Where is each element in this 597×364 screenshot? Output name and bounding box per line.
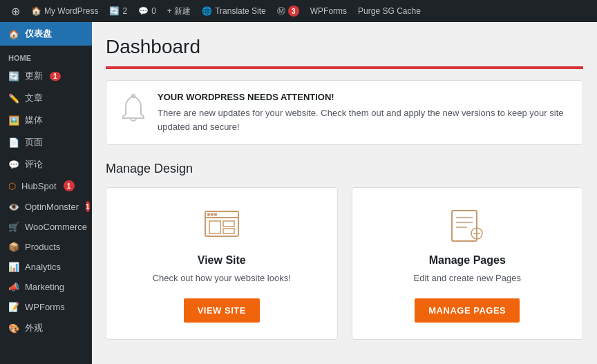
- wp-logo-icon: ⊕: [11, 5, 20, 18]
- appearance-label: 外观: [25, 322, 43, 334]
- home-icon: 🏠: [31, 6, 41, 16]
- comments-icon: 💬: [138, 6, 149, 16]
- manage-pages-card: Manage Pages Edit and create new Pages M…: [352, 187, 584, 340]
- view-site-icon-area: [201, 209, 243, 243]
- sidebar-item-woocommerce[interactable]: 🛒 WooCommerce: [0, 217, 92, 237]
- design-cards-grid: View Site Check out how your website loo…: [106, 187, 583, 340]
- updates-sidebar-label: 更新: [25, 70, 43, 82]
- new-content-label: + 新建: [167, 6, 191, 17]
- site-home-item[interactable]: 🏠 My WordPress: [26, 0, 104, 22]
- hubspot-icon: ⬡: [8, 181, 16, 191]
- sidebar-item-hubspot[interactable]: ⬡ HubSpot 1: [0, 175, 92, 196]
- updates-sidebar-icon: 🔄: [8, 71, 19, 82]
- manage-pages-icon-area: [446, 209, 488, 243]
- marketing-icon: 📣: [8, 282, 19, 292]
- updates-item[interactable]: 🔄 2: [104, 0, 133, 22]
- hubspot-label: HubSpot: [21, 181, 57, 191]
- media-label: 媒体: [25, 114, 43, 126]
- manage-design-section: Manage Design: [106, 162, 583, 340]
- woocommerce-icon: 🛒: [8, 222, 19, 232]
- wpforms-item[interactable]: WPForms: [305, 0, 352, 22]
- svg-rect-1: [205, 211, 238, 236]
- sidebar-item-updates[interactable]: 🔄 更新 1: [0, 65, 92, 87]
- posts-label: 文章: [25, 92, 43, 104]
- sidebar-item-media[interactable]: 🖼️ 媒体: [0, 109, 92, 131]
- view-site-card: View Site Check out how your website loo…: [106, 187, 338, 340]
- svg-rect-9: [452, 211, 477, 241]
- translate-item[interactable]: 🌐 Translate Site: [196, 0, 272, 22]
- sidebar-item-marketing[interactable]: 📣 Marketing: [0, 277, 92, 297]
- view-site-button[interactable]: VIEW SITE: [184, 298, 260, 323]
- attention-desc: There are new updates for your website. …: [158, 106, 569, 133]
- manage-pages-title: Manage Pages: [429, 254, 506, 267]
- woocommerce-label: WooCommerce: [25, 222, 87, 232]
- svg-rect-5: [223, 229, 234, 233]
- updates-count: 2: [122, 6, 127, 16]
- sidebar-item-analytics[interactable]: 📊 Analytics: [0, 257, 92, 277]
- wpforms-sidebar-label: WPForms: [25, 302, 65, 312]
- wpforms-badge: 3: [288, 6, 299, 17]
- purge-cache-item[interactable]: Purge SG Cache: [352, 0, 426, 22]
- marketing-label: Marketing: [25, 282, 64, 292]
- comments-sidebar-icon: 💬: [8, 160, 19, 170]
- dashboard-label: 仪表盘: [25, 28, 52, 40]
- view-site-title: View Site: [198, 254, 246, 267]
- page-title: Dashboard: [106, 36, 583, 58]
- wpforms-alert-item[interactable]: Ⓜ 3: [272, 0, 305, 22]
- sidebar-item-pages[interactable]: 📄 页面: [0, 131, 92, 153]
- attention-title: YOUR WORDPRESS NEEDS ATTENTION!: [158, 92, 569, 102]
- sidebar-item-wpforms[interactable]: 📝 WPForms: [0, 297, 92, 317]
- attention-banner: YOUR WORDPRESS NEEDS ATTENTION! There ar…: [106, 80, 583, 145]
- appearance-icon: 🎨: [8, 323, 19, 334]
- sidebar-item-posts[interactable]: ✏️ 文章: [0, 87, 92, 109]
- comments-item[interactable]: 💬 0: [133, 0, 162, 22]
- svg-rect-3: [209, 221, 220, 233]
- manage-pages-icon: [448, 209, 486, 243]
- wpforms-sidebar-icon: 📝: [8, 302, 19, 312]
- bell-icon: [120, 93, 146, 130]
- pages-label: 页面: [25, 136, 43, 149]
- pages-icon: 📄: [8, 137, 19, 148]
- new-content-item[interactable]: + 新建: [162, 0, 196, 22]
- comments-count: 0: [151, 6, 156, 16]
- optinmonster-label: OptinMonster: [25, 202, 79, 212]
- manage-pages-desc: Edit and create new Pages: [414, 272, 521, 285]
- sidebar-item-appearance[interactable]: 🎨 外观: [0, 317, 92, 339]
- page-divider: [106, 66, 583, 69]
- site-name-label: My WordPress: [44, 6, 98, 16]
- optinmonster-badge: 1: [86, 201, 90, 212]
- media-icon: 🖼️: [8, 115, 19, 126]
- svg-point-8: [214, 213, 216, 215]
- view-site-desc: Check out how your website looks!: [153, 272, 291, 285]
- sidebar-item-products[interactable]: 📦 Products: [0, 237, 92, 257]
- wpforms-icon: Ⓜ: [277, 6, 285, 17]
- products-icon: 📦: [8, 242, 19, 252]
- svg-rect-4: [223, 221, 234, 227]
- hubspot-badge: 1: [64, 180, 75, 191]
- svg-point-7: [211, 213, 213, 215]
- optinmonster-icon: 👁️: [8, 202, 19, 212]
- sidebar: 🏠 仪表盘 Home 🔄 更新 1 ✏️ 文章 🖼️ 媒体 📄 页面 💬 评论: [0, 22, 92, 364]
- analytics-label: Analytics: [25, 262, 61, 272]
- svg-point-6: [207, 213, 209, 215]
- sidebar-item-dashboard[interactable]: 🏠 仪表盘: [0, 22, 92, 46]
- home-section-label: Home: [8, 54, 31, 62]
- dashboard-icon: 🏠: [8, 29, 19, 39]
- wp-logo-item[interactable]: ⊕: [6, 0, 26, 22]
- sidebar-item-comments[interactable]: 💬 评论: [0, 153, 92, 175]
- translate-icon: 🌐: [202, 6, 212, 16]
- posts-icon: ✏️: [8, 93, 19, 104]
- attention-text-area: YOUR WORDPRESS NEEDS ATTENTION! There ar…: [158, 92, 569, 133]
- translate-label: Translate Site: [215, 6, 266, 16]
- sidebar-item-optinmonster[interactable]: 👁️ OptinMonster 1: [0, 196, 92, 217]
- updates-icon: 🔄: [109, 6, 120, 16]
- analytics-icon: 📊: [8, 262, 19, 272]
- updates-sidebar-badge: 1: [50, 72, 61, 81]
- manage-design-title: Manage Design: [106, 162, 583, 176]
- products-label: Products: [25, 242, 60, 252]
- manage-pages-button[interactable]: MANAGE PAGES: [415, 298, 520, 323]
- purge-cache-label: Purge SG Cache: [358, 6, 421, 16]
- admin-bar: ⊕ 🏠 My WordPress 🔄 2 💬 0 + 新建 🌐 Translat…: [0, 0, 597, 22]
- wpforms-label: WPForms: [310, 6, 347, 16]
- comments-sidebar-label: 评论: [25, 158, 43, 171]
